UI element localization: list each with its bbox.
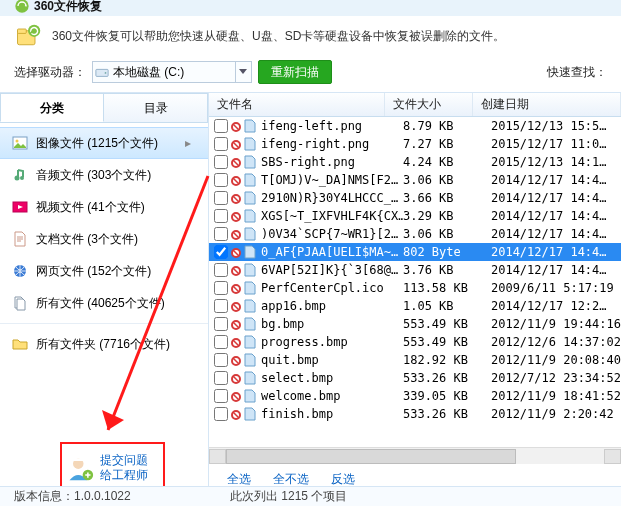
image-icon <box>12 135 28 151</box>
table-row[interactable]: app16.bmp1.05 KB2014/12/17 12:2… <box>209 297 621 315</box>
filetype-icon <box>243 191 257 205</box>
drive-select[interactable]: 本地磁盘 (C:) <box>92 61 252 83</box>
filetype-icon <box>243 137 257 151</box>
table-row[interactable]: 6VAP[52I]K}{`3[68@…3.76 KB2014/12/17 14:… <box>209 261 621 279</box>
status-dot-icon <box>231 355 241 365</box>
file-name: bg.bmp <box>261 317 403 331</box>
status-dot-icon <box>231 247 241 257</box>
cat-docs[interactable]: 文档文件 (3个文件) <box>0 223 208 255</box>
row-checkbox[interactable] <box>214 371 228 385</box>
file-size: 802 Byte <box>403 245 491 259</box>
tab-directory[interactable]: 目录 <box>104 93 207 122</box>
row-checkbox[interactable] <box>214 281 228 295</box>
file-date: 2012/11/9 19:44:16 <box>491 317 621 331</box>
status-dot-icon <box>231 265 241 275</box>
select-all-link[interactable]: 全选 <box>227 471 251 488</box>
version-label: 版本信息：1.0.0.1022 <box>14 488 131 505</box>
col-createdate[interactable]: 创建日期 <box>473 93 621 116</box>
file-name: app16.bmp <box>261 299 403 313</box>
row-checkbox[interactable] <box>214 299 228 313</box>
drive-value: 本地磁盘 (C:) <box>113 64 231 81</box>
header-slogan: 360文件恢复可以帮助您快速从硬盘、U盘、SD卡等硬盘设备中恢复被误删除的文件。 <box>52 28 505 45</box>
table-row[interactable]: ifeng-left.png8.79 KB2015/12/13 15:5… <box>209 117 621 135</box>
table-row[interactable]: XGS[~T_IXFVHLF4K{CX…3.29 KB2014/12/17 14… <box>209 207 621 225</box>
row-checkbox[interactable] <box>214 407 228 421</box>
file-name: 2910N)R}30Y4LHCCC_… <box>261 191 403 205</box>
table-row[interactable]: T[OMJ)V~_DA]NMS[F2…3.06 KB2014/12/17 14:… <box>209 171 621 189</box>
table-row[interactable]: select.bmp533.26 KB2012/7/12 23:34:52 <box>209 369 621 387</box>
row-checkbox[interactable] <box>214 335 228 349</box>
row-checkbox[interactable] <box>214 191 228 205</box>
row-checkbox[interactable] <box>214 263 228 277</box>
status-dot-icon <box>231 229 241 239</box>
cat-video[interactable]: 视频文件 (41个文件) <box>0 191 208 223</box>
row-checkbox[interactable] <box>214 137 228 151</box>
table-row[interactable]: )0V34`SCP{7~WR1}[2…3.06 KB2014/12/17 14:… <box>209 225 621 243</box>
cat-allfiles[interactable]: 所有文件 (40625个文件) <box>0 287 208 319</box>
horizontal-scrollbar[interactable] <box>209 447 621 464</box>
file-size: 7.27 KB <box>403 137 491 151</box>
cat-label: 视频文件 (41个文件) <box>36 199 196 216</box>
row-checkbox[interactable] <box>214 155 228 169</box>
row-checkbox[interactable] <box>214 227 228 241</box>
table-row[interactable]: SBS-right.png4.24 KB2015/12/13 14:1… <box>209 153 621 171</box>
row-checkbox[interactable] <box>214 209 228 223</box>
table-row[interactable]: PerfCenterCpl.ico113.58 KB2009/6/11 5:17… <box>209 279 621 297</box>
file-date: 2014/12/17 12:2… <box>491 299 621 313</box>
file-name: PerfCenterCpl.ico <box>261 281 403 295</box>
filetype-icon <box>243 353 257 367</box>
scroll-left-arrow[interactable] <box>209 449 226 464</box>
file-date: 2009/6/11 5:17:19 <box>491 281 621 295</box>
rescan-button[interactable]: 重新扫描 <box>258 60 332 84</box>
table-row[interactable]: quit.bmp182.92 KB2012/11/9 20:08:40 <box>209 351 621 369</box>
scroll-thumb[interactable] <box>226 449 516 464</box>
tab-category[interactable]: 分类 <box>0 93 104 122</box>
file-name: finish.bmp <box>261 407 403 421</box>
doc-icon <box>12 231 28 247</box>
file-size: 4.24 KB <box>403 155 491 169</box>
file-name: select.bmp <box>261 371 403 385</box>
table-row[interactable]: bg.bmp553.49 KB2012/11/9 19:44:16 <box>209 315 621 333</box>
filetype-icon <box>243 155 257 169</box>
svg-point-9 <box>20 176 24 180</box>
table-row[interactable]: progress.bmp553.49 KB2012/12/6 14:37:02 <box>209 333 621 351</box>
col-filesize[interactable]: 文件大小 <box>385 93 473 116</box>
table-row[interactable]: ifeng-right.png7.27 KB2015/12/17 11:0… <box>209 135 621 153</box>
col-filename[interactable]: 文件名 <box>209 93 385 116</box>
row-checkbox[interactable] <box>214 245 228 259</box>
row-checkbox[interactable] <box>214 389 228 403</box>
cat-web[interactable]: 网页文件 (152个文件) <box>0 255 208 287</box>
row-checkbox[interactable] <box>214 119 228 133</box>
cat-allfolders[interactable]: 所有文件夹 (7716个文件) <box>0 328 208 360</box>
chevron-down-icon[interactable] <box>235 62 249 82</box>
recover-big-icon <box>14 22 42 50</box>
file-size: 533.26 KB <box>403 407 491 421</box>
table-row[interactable]: 0_AF{PJAA[UELI$MA~…802 Byte2014/12/17 14… <box>209 243 621 261</box>
file-list[interactable]: ifeng-left.png8.79 KB2015/12/13 15:5…ife… <box>209 117 621 447</box>
status-dot-icon <box>231 409 241 419</box>
status-dot-icon <box>231 211 241 221</box>
svg-point-8 <box>15 176 20 181</box>
row-checkbox[interactable] <box>214 317 228 331</box>
status-dot-icon <box>231 193 241 203</box>
status-dot-icon <box>231 283 241 293</box>
filetype-icon <box>243 227 257 241</box>
row-checkbox[interactable] <box>214 173 228 187</box>
cat-audio[interactable]: 音频文件 (303个文件) <box>0 159 208 191</box>
select-none-link[interactable]: 全不选 <box>273 471 309 488</box>
table-row[interactable]: welcome.bmp339.05 KB2012/11/9 18:41:52 <box>209 387 621 405</box>
table-row[interactable]: finish.bmp533.26 KB2012/11/9 2:20:42 <box>209 405 621 423</box>
help-line1: 提交问题 <box>100 453 148 468</box>
cat-images[interactable]: 图像文件 (1215个文件) ▸ <box>0 127 208 159</box>
scroll-right-arrow[interactable] <box>604 449 621 464</box>
file-date: 2015/12/17 11:0… <box>491 137 621 151</box>
file-size: 1.05 KB <box>403 299 491 313</box>
quick-search-label: 快速查找： <box>547 64 607 81</box>
file-name: 6VAP[52I]K}{`3[68@… <box>261 263 403 277</box>
table-row[interactable]: 2910N)R}30Y4LHCCC_…3.66 KB2014/12/17 14:… <box>209 189 621 207</box>
chevron-right-icon: ▸ <box>180 136 196 150</box>
row-checkbox[interactable] <box>214 353 228 367</box>
select-invert-link[interactable]: 反选 <box>331 471 355 488</box>
file-date: 2014/12/17 14:4… <box>491 263 621 277</box>
cat-label: 图像文件 (1215个文件) <box>36 135 172 152</box>
